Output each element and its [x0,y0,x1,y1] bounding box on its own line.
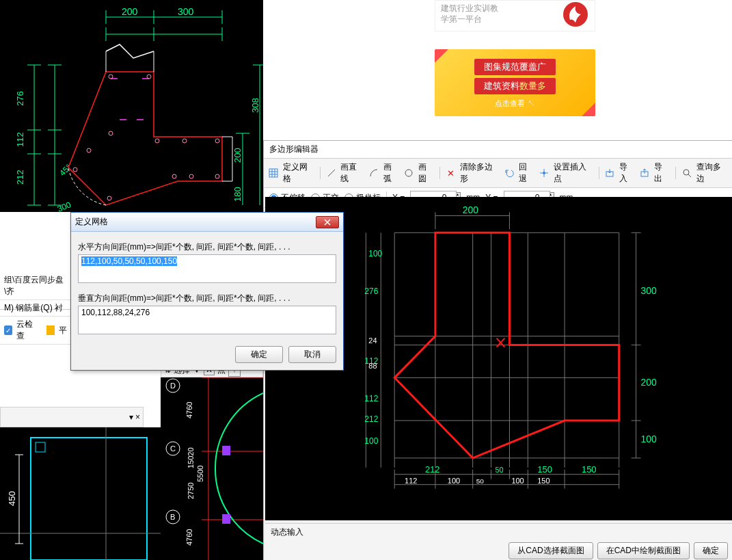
ad2-line2: 建筑资料数量多 [474,78,556,94]
close-icon[interactable] [316,216,339,228]
svg-text:100: 100 [448,477,460,485]
svg-text:B: B [170,513,175,521]
vertical-spacing-label: 垂直方向间距(mm)=>间距*个数, 间距, 间距*个数, 间距, . . . [78,293,336,304]
horizontal-spacing-label: 水平方向间距(mm)=>间距*个数, 间距, 间距*个数, 间距, . . . [78,241,336,253]
svg-point-45 [107,196,111,200]
svg-text:200: 200 [122,6,138,17]
svg-line-62 [688,174,691,177]
search-icon [681,168,692,178]
undo-button[interactable]: 回退 [519,161,534,185]
svg-text:180: 180 [232,187,243,202]
menu-row[interactable]: M) 钢筋量(Q) 衬 [0,300,71,317]
define-grid-button[interactable]: 定义网格 [283,161,314,185]
dynamic-input-label: 动态输入 [271,526,303,538]
svg-point-41 [215,139,219,143]
svg-text:150: 150 [582,464,597,475]
svg-line-54 [328,170,335,176]
cad-viewport-top-left: 200 300 276 112 212 45° 300 308 200 180 [0,0,263,212]
svg-text:50: 50 [476,477,485,485]
import-button[interactable]: 导入 [619,161,635,185]
svg-text:308: 308 [250,98,260,113]
draw-arc-button[interactable]: 画弧 [383,161,399,185]
svg-text:112: 112 [15,132,25,147]
svg-text:200: 200 [232,148,243,163]
svg-text:200: 200 [641,377,657,388]
query-polygon-button[interactable]: 查询多边 [696,161,728,185]
svg-point-43 [189,174,193,178]
draw-line-button[interactable]: 画直线 [340,161,364,185]
dialog-cancel-button[interactable]: 取消 [288,346,336,363]
vertical-spacing-field[interactable]: 100,112,88,24,276 [78,306,336,334]
svg-rect-49 [269,169,277,177]
dynamic-input-bar[interactable]: 动态输入 [265,523,732,541]
svg-text:200: 200 [463,204,478,215]
draw-in-cad-button[interactable]: 在CAD中绘制截面图 [597,542,690,559]
phoenix-logo-icon [562,1,589,28]
svg-point-42 [215,174,219,178]
cad-viewport-bottom-left: 450 [0,427,161,560]
svg-text:300: 300 [178,6,194,17]
ping-button[interactable]: 平 [59,325,67,336]
svg-text:24: 24 [368,336,377,345]
export-button[interactable]: 导出 [654,161,670,185]
svg-text:4760: 4760 [185,529,193,546]
svg-text:C: C [170,444,176,453]
svg-rect-121 [36,442,45,452]
svg-point-40 [182,139,187,143]
dialog-ok-button[interactable]: 确定 [235,346,283,363]
ad-banner-atlas[interactable]: 图集规范覆盖广 建筑资料数量多 点击查看 ↖ [435,49,595,116]
svg-text:150: 150 [537,464,552,475]
svg-point-38 [109,131,113,135]
svg-text:276: 276 [15,91,25,106]
dialog-titlebar[interactable]: 定义网格 [71,213,343,232]
svg-point-55 [405,170,412,176]
insert-point-icon [539,168,550,178]
polygon-bottom-buttons: 从CAD选择截面图 在CAD中绘制截面图 确定 [265,541,732,560]
svg-text:150: 150 [537,477,550,485]
dialog-title: 定义网格 [75,216,108,228]
svg-point-37 [147,75,151,79]
from-cad-button[interactable]: 从CAD选择截面图 [509,542,593,559]
ok-button[interactable]: 确定 [694,542,728,559]
arc-icon [368,168,379,178]
svg-text:D: D [170,382,176,390]
square-icon [46,325,55,335]
ad-training-platform[interactable]: 建筑行业实训教 学第一平台 [435,0,595,31]
line-icon [326,168,337,178]
export-icon [639,168,650,178]
draw-circle-button[interactable]: 画圆 [418,161,434,185]
svg-text:88: 88 [368,362,377,370]
set-insert-point-button[interactable]: 设置插入点 [554,161,593,185]
svg-text:5500: 5500 [196,466,204,482]
left-panel-fragment: 组\百度云同步盘\齐 M) 钢筋量(Q) 衬 ✓ 云检查 平 [0,272,72,310]
cloud-check-button[interactable]: 云检查 [16,319,38,342]
horizontal-spacing-field[interactable]: 112,100,50,50,50,100,150 [78,254,336,283]
svg-point-44 [172,174,176,178]
svg-text:50: 50 [496,466,504,474]
clear-icon: ✕ [446,168,457,178]
svg-text:100: 100 [368,249,382,258]
cad-viewport-mid: D C B 4760 5500 2750 15020 4760 [161,362,263,560]
ad2-line1: 图集规范覆盖广 [474,59,556,75]
svg-text:112: 112 [405,477,417,485]
svg-rect-133 [222,514,230,524]
panel-close-handle[interactable]: ▾ × [0,407,144,427]
clear-polygon-button[interactable]: 清除多边形 [460,161,500,185]
import-icon [605,168,616,178]
polygon-editor-toolbar: 定义网格 画直线 画弧 画圆 ✕ 清除多边形 回退 设置插入点 导入 导出 查询… [264,159,732,188]
ad2-sub: 点击查看 ↖ [495,98,534,109]
svg-point-47 [87,148,91,152]
svg-text:4760: 4760 [185,402,193,418]
svg-point-36 [109,75,113,79]
cursor-icon: ↖ [528,99,535,107]
svg-text:212: 212 [364,414,378,424]
svg-text:100: 100 [364,436,378,446]
undo-icon [504,168,515,178]
svg-text:300: 300 [641,285,657,296]
circle-icon [403,168,414,178]
svg-text:112: 112 [364,394,378,403]
svg-point-61 [683,170,689,175]
svg-text:100: 100 [641,434,657,444]
svg-text:300: 300 [56,200,72,212]
polygon-editor-title: 多边形编辑器 [264,141,732,159]
